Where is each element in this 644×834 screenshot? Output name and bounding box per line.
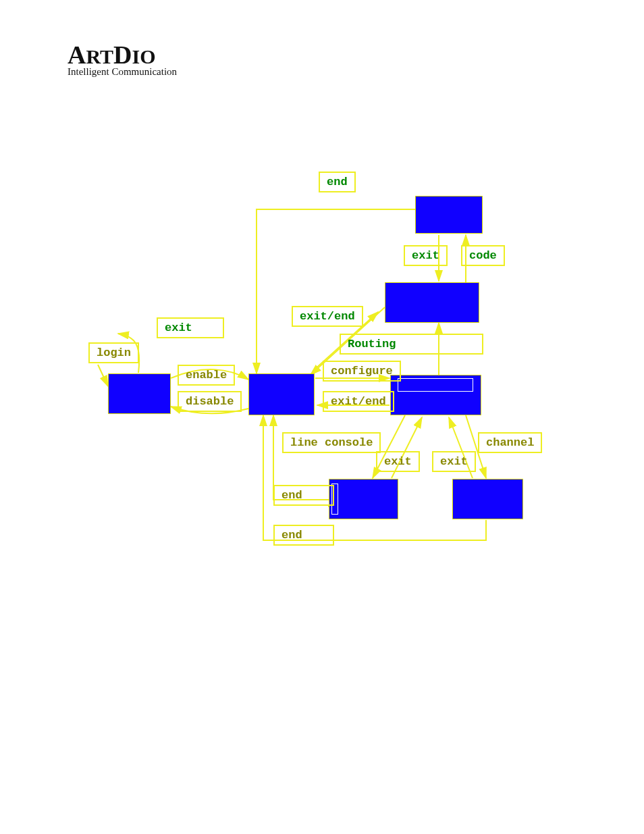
state-user-exec — [108, 373, 171, 414]
logo: ARTDIO Intelligent Communication — [68, 42, 177, 78]
label-exit-br: exit — [432, 451, 476, 472]
label-configure: configure — [323, 361, 401, 382]
diagram-canvas: ARTDIO Intelligent Communication — [0, 0, 644, 834]
state-routing — [385, 282, 479, 323]
label-login: login — [88, 342, 139, 363]
state-channel — [452, 479, 523, 519]
state-priv-exec — [248, 373, 315, 415]
label-code: code — [461, 245, 505, 266]
label-end-lower: end — [273, 525, 334, 546]
label-exit-left: exit — [157, 317, 224, 338]
state-line-console — [329, 479, 398, 519]
label-routing: Routing — [340, 334, 483, 355]
label-disable: disable — [178, 391, 242, 412]
state-code — [415, 196, 483, 234]
state-config — [390, 375, 481, 415]
label-line-console: line console — [282, 432, 381, 453]
arrows-layer — [0, 0, 644, 834]
label-exit-end-upper: exit/end — [292, 306, 363, 327]
label-exit-end-lower: exit/end — [323, 391, 394, 412]
logo-subtitle: Intelligent Communication — [68, 66, 177, 78]
label-channel: channel — [478, 432, 542, 453]
label-enable: enable — [178, 365, 235, 386]
label-exit-top: exit — [404, 245, 448, 266]
logo-title: ARTDIO — [68, 42, 177, 68]
label-end-top: end — [319, 172, 356, 192]
label-exit-bl: exit — [376, 451, 420, 472]
label-end-upper: end — [273, 485, 334, 506]
